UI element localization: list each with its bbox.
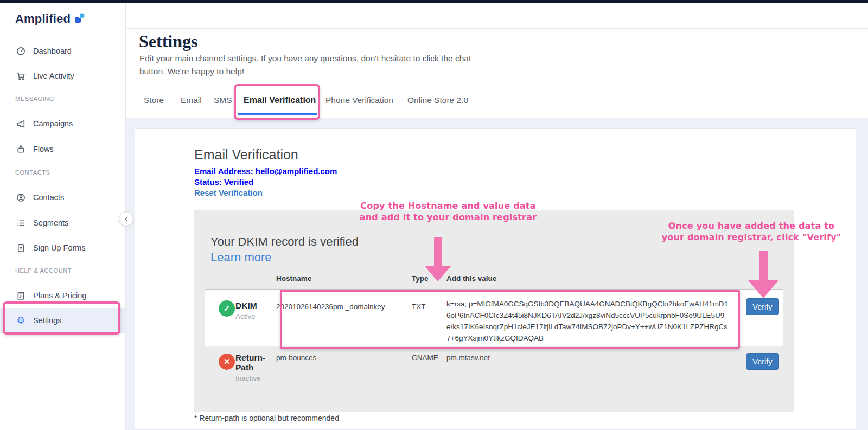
- megaphone-icon: [16, 119, 25, 129]
- sidebar-collapse-button[interactable]: ‹: [119, 211, 133, 226]
- sidebar-item-segments[interactable]: Segments: [0, 216, 125, 230]
- logo-pulse-icon: [74, 12, 85, 25]
- list-icon: [16, 219, 25, 228]
- sidebar-item-plans-pricing[interactable]: Plans & Pricing: [0, 288, 125, 303]
- column-header-value: Add this value: [446, 274, 496, 283]
- sidebar-item-settings[interactable]: ⚙ Settings: [0, 313, 125, 328]
- dashboard-icon: [16, 47, 25, 56]
- sidebar-section-messaging: MESSAGING: [15, 95, 54, 102]
- page-title: Settings: [139, 31, 197, 52]
- sidebar-item-label: Settings: [33, 316, 61, 325]
- sidebar-item-label: Live Activity: [33, 72, 74, 80]
- sidebar: Amplified Dashboard Live Activity MESSAG…: [0, 3, 126, 430]
- email-address-line: Email Address: hello@amplified.com: [194, 166, 337, 176]
- dkim-panel: Your DKIM record is verified Learn more …: [194, 210, 794, 412]
- tab-online-store[interactable]: Online Store 2.0: [407, 95, 468, 105]
- return-path-footnote: * Return-path is optional but recommende…: [194, 414, 339, 422]
- person-circle-icon: [16, 193, 25, 202]
- cross-icon: ✕: [224, 357, 231, 367]
- sidebar-item-sign-up-forms[interactable]: Sign Up Forms: [0, 241, 125, 255]
- tab-phone-verification[interactable]: Phone Verification: [326, 95, 393, 105]
- cart-icon: [16, 72, 25, 81]
- page-subtitle: Edit your main channel settings. If you …: [139, 52, 487, 78]
- hostname-cell: pm-bounces: [276, 354, 316, 362]
- sidebar-item-campaigns[interactable]: Campaigns: [0, 117, 125, 131]
- chevron-left-icon: ‹: [125, 213, 128, 224]
- robot-icon: [16, 145, 25, 154]
- logo[interactable]: Amplified: [15, 12, 85, 26]
- form-upload-icon: [16, 243, 25, 253]
- status-ok-icon: ✓: [219, 300, 235, 317]
- logo-text: Amplified: [15, 12, 71, 26]
- gear-icon: ⚙: [16, 316, 25, 325]
- sidebar-item-label: Dashboard: [33, 47, 72, 55]
- sidebar-item-contacts[interactable]: Contacts: [0, 190, 125, 204]
- reset-verification-link[interactable]: Reset Verification: [194, 188, 263, 197]
- status-error-icon: ✕: [219, 354, 235, 370]
- app-root: Amplified Dashboard Live Activity MESSAG…: [0, 0, 868, 430]
- column-header-hostname: Hostname: [276, 274, 311, 283]
- tab-sms[interactable]: SMS: [214, 95, 232, 105]
- tab-store[interactable]: Store: [144, 95, 164, 105]
- sidebar-item-label: Contacts: [33, 193, 64, 202]
- sidebar-item-dashboard[interactable]: Dashboard: [0, 44, 125, 58]
- table-row-dkim: ✓ DKIM Active 20201026140236pm._domainke…: [205, 289, 783, 346]
- sidebar-section-help-account: HELP & ACCOUNT: [15, 267, 72, 274]
- sidebar-item-flows[interactable]: Flows: [0, 142, 125, 156]
- record-status: Inactive: [235, 374, 261, 382]
- tab-email-verification[interactable]: Email Verification: [244, 95, 316, 105]
- top-header: [126, 3, 868, 29]
- email-verification-card: Email Verification Email Address: hello@…: [135, 128, 856, 430]
- tab-email[interactable]: Email: [181, 95, 202, 105]
- sidebar-section-contacts: CONTACTS: [15, 169, 50, 176]
- column-header-type: Type: [412, 274, 429, 283]
- hostname-cell: 20201026140236pm._domainkey: [276, 303, 385, 311]
- sidebar-item-live-activity[interactable]: Live Activity: [0, 69, 125, 83]
- status-line: Status: Verified: [194, 177, 253, 187]
- verify-return-path-button[interactable]: Verify: [746, 353, 779, 370]
- section-heading: Email Verification: [194, 147, 298, 163]
- value-cell: pm.mtasv.net: [446, 354, 490, 362]
- learn-more-link[interactable]: Learn more: [210, 251, 272, 265]
- sidebar-item-label: Flows: [33, 145, 54, 153]
- type-cell: TXT: [412, 303, 426, 311]
- active-tab-underline: [238, 113, 317, 115]
- check-icon: ✓: [224, 304, 231, 313]
- type-cell: CNAME: [412, 354, 438, 362]
- sidebar-item-label: Sign Up Forms: [33, 243, 86, 252]
- dkim-status-heading: Your DKIM record is verified: [210, 235, 359, 249]
- table-row-return-path: ✕ Return-Path Inactive pm-bounces CNAME …: [205, 346, 783, 412]
- verify-dkim-button[interactable]: Verify: [746, 298, 779, 315]
- sidebar-item-label: Campaigns: [33, 119, 73, 128]
- record-name: Return-Path: [235, 353, 270, 373]
- sidebar-item-label: Plans & Pricing: [33, 291, 86, 300]
- receipt-icon: [16, 291, 25, 300]
- record-status: Active: [235, 312, 256, 320]
- sidebar-item-label: Segments: [33, 219, 68, 227]
- record-name: DKIM: [235, 301, 270, 311]
- value-cell: k=rsa; p=MIGfMA0GCSqGSIb3DQEBAQUAA4GNADC…: [446, 298, 730, 344]
